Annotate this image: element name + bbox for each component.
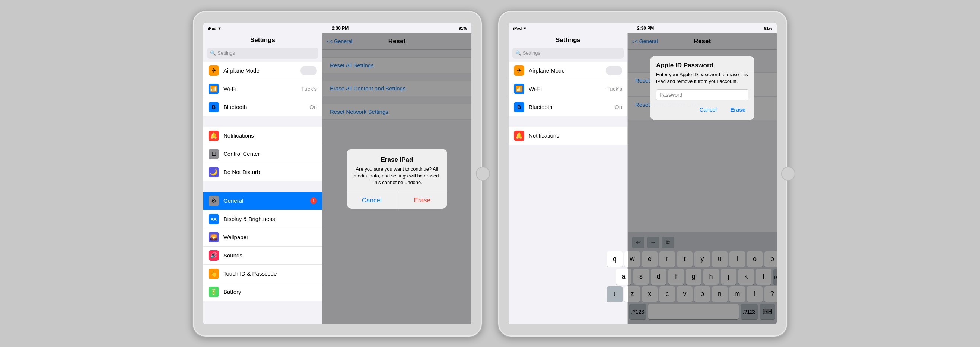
sidebar-divider-2 — [203, 182, 322, 192]
left-sidebar-list: ✈ Airplane Mode 📶 Wi-Fi Tuck's B — [203, 62, 322, 324]
airplane-icon: ✈ — [208, 65, 219, 76]
sidebar-item-airplane[interactable]: ✈ Airplane Mode — [203, 62, 322, 80]
sidebar-item-touchid[interactable]: 👆 Touch ID & Passcode — [203, 265, 322, 283]
alert-message-text: Are you sure you want to continue? All m… — [354, 166, 440, 179]
left-sidebar-title: Settings — [203, 33, 322, 46]
right-main-content: Settings 🔍 Settings ✈ Airplane Mode — [509, 33, 777, 324]
control-icon: ⊞ — [208, 149, 219, 159]
right-notifications-icon: 🔔 — [514, 130, 524, 141]
battery-icon: 🔋 — [208, 287, 219, 297]
display-icon: AA — [208, 214, 219, 224]
wifi-label: Wi-Fi — [223, 86, 297, 92]
right-bluetooth-label: Bluetooth — [529, 104, 610, 110]
touchid-label: Touch ID & Passcode — [223, 270, 317, 277]
display-label: Display & Brightness — [223, 216, 317, 222]
left-battery: 91% — [459, 26, 467, 30]
left-status-time: 2:30 PM — [332, 26, 348, 31]
right-notifications-label: Notifications — [529, 132, 622, 139]
sidebar-item-battery[interactable]: 🔋 Battery — [203, 283, 322, 301]
right-detail-panel: ‹ < General Reset Reset Keyboard Diction… — [628, 33, 777, 324]
sidebar-item-display[interactable]: AA Display & Brightness — [203, 210, 322, 228]
control-label: Control Center — [223, 151, 317, 157]
right-sidebar-item-bluetooth[interactable]: B Bluetooth On — [509, 98, 627, 116]
sidebar-item-general[interactable]: ⚙ General 1 — [203, 192, 322, 210]
alert-actions: Cancel Erase — [347, 192, 447, 209]
password-dialog-title: Apple ID Password — [656, 62, 748, 69]
airplane-toggle[interactable] — [301, 66, 317, 76]
sidebar-divider-1 — [203, 116, 322, 127]
key-shift[interactable]: ⇧ — [607, 286, 622, 302]
sidebar-item-notifications[interactable]: 🔔 Notifications — [203, 127, 322, 145]
right-search-icon: 🔍 — [515, 50, 521, 56]
dnd-icon: 🌙 — [208, 167, 219, 177]
left-status-bar: iPad ▼ 2:30 PM 91% — [203, 23, 471, 33]
right-ipad: iPad ▼ 2:30 PM 91% Settings 🔍 Settings — [498, 10, 788, 337]
alert-erase-button[interactable]: Erase — [397, 192, 447, 209]
left-ipad-screen: iPad ▼ 2:30 PM 91% Settings 🔍 Settings — [203, 23, 471, 324]
notifications-label: Notifications — [223, 132, 317, 139]
left-search-placeholder: Settings — [218, 50, 235, 56]
left-search-bar[interactable]: 🔍 Settings — [207, 48, 318, 59]
right-status-bar: iPad ▼ 2:30 PM 91% — [509, 23, 777, 33]
right-search-bar[interactable]: 🔍 Settings — [512, 48, 624, 59]
general-label: General — [223, 198, 306, 204]
right-sidebar: Settings 🔍 Settings ✈ Airplane Mode — [509, 33, 628, 324]
sidebar-item-wallpaper[interactable]: 🌄 Wallpaper — [203, 228, 322, 247]
left-overlay: Erase iPad Are you sure you want to cont… — [323, 33, 471, 324]
sidebar-item-wifi[interactable]: 📶 Wi-Fi Tuck's — [203, 80, 322, 98]
wallpaper-icon: 🌄 — [208, 232, 219, 242]
password-dialog-actions: Cancel Erase — [656, 105, 748, 114]
password-cancel-button[interactable]: Cancel — [696, 105, 720, 114]
sidebar-item-control[interactable]: ⊞ Control Center — [203, 145, 322, 163]
alert-cancel-button[interactable]: Cancel — [347, 192, 397, 209]
airplane-label: Airplane Mode — [223, 67, 296, 74]
left-status-right: 91% — [459, 26, 467, 30]
left-sidebar: Settings 🔍 Settings ✈ Airplane Mode — [203, 33, 323, 324]
notifications-icon: 🔔 — [208, 130, 219, 141]
bluetooth-label: Bluetooth — [223, 104, 305, 110]
sounds-icon: 🔊 — [208, 250, 219, 261]
apple-id-password-dialog: Apple ID Password Enter your Apple ID pa… — [650, 56, 754, 120]
wallpaper-label: Wallpaper — [223, 234, 317, 240]
right-sidebar-list: ✈ Airplane Mode 📶 Wi-Fi Tuck's B — [509, 62, 627, 324]
right-airplane-toggle[interactable] — [606, 66, 622, 76]
right-ipad-label: iPad ▼ — [513, 26, 527, 30]
right-wifi-label: Wi-Fi — [529, 86, 602, 92]
touchid-icon: 👆 — [208, 269, 219, 279]
left-ipad-label: iPad ▼ — [208, 26, 221, 30]
right-sidebar-item-wifi[interactable]: 📶 Wi-Fi Tuck's — [509, 80, 627, 98]
general-icon: ⚙ — [208, 196, 219, 206]
bluetooth-value: On — [309, 104, 317, 110]
left-home-button[interactable] — [476, 166, 490, 181]
right-home-button[interactable] — [781, 166, 795, 181]
alert-title: Erase iPad — [353, 156, 441, 164]
right-bluetooth-icon: B — [514, 102, 524, 112]
alert-content: Erase iPad Are you sure you want to cont… — [347, 149, 447, 192]
sidebar-item-dnd[interactable]: 🌙 Do Not Disturb — [203, 163, 322, 182]
right-sidebar-item-airplane[interactable]: ✈ Airplane Mode — [509, 62, 627, 80]
right-airplane-icon: ✈ — [514, 65, 524, 76]
sounds-label: Sounds — [223, 252, 317, 258]
left-ipad: iPad ▼ 2:30 PM 91% Settings 🔍 Settings — [192, 10, 482, 337]
sidebar-item-sounds[interactable]: 🔊 Sounds — [203, 247, 322, 265]
right-bluetooth-value: On — [615, 104, 622, 110]
dnd-label: Do Not Disturb — [223, 169, 317, 175]
general-badge: 1 — [310, 198, 317, 204]
bluetooth-icon: B — [208, 102, 219, 112]
password-input[interactable] — [656, 89, 748, 100]
key-q[interactable]: q — [607, 252, 622, 267]
battery-label: Battery — [223, 288, 317, 295]
right-status-right: 91% — [764, 26, 772, 30]
erase-ipad-alert: Erase iPad Are you sure you want to cont… — [347, 149, 447, 209]
right-overlay: Apple ID Password Enter your Apple ID pa… — [628, 33, 777, 324]
left-main-content: Settings 🔍 Settings ✈ Airplane Mode — [203, 33, 471, 324]
wifi-icon: 📶 — [208, 84, 219, 94]
right-airplane-label: Airplane Mode — [529, 67, 601, 74]
right-sidebar-divider-1 — [509, 116, 627, 127]
password-erase-button[interactable]: Erase — [727, 105, 748, 114]
left-detail-panel: ‹ < General Reset Reset All Settings Era… — [323, 33, 471, 324]
sidebar-item-bluetooth[interactable]: B Bluetooth On — [203, 98, 322, 116]
right-sidebar-item-notifications[interactable]: 🔔 Notifications — [509, 127, 627, 145]
alert-undone-text: This cannot be undone. — [372, 180, 422, 185]
right-wifi-icon: 📶 — [514, 84, 524, 94]
